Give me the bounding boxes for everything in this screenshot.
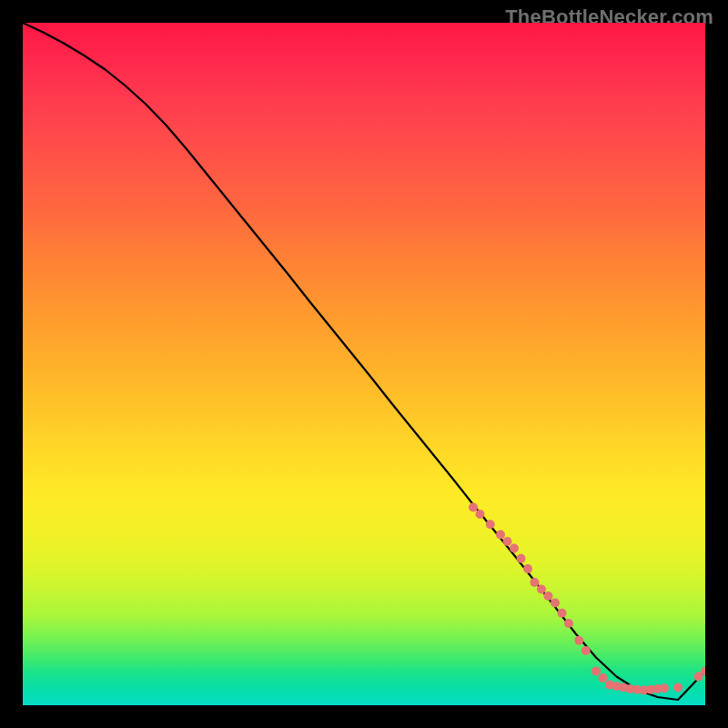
chart-marker (486, 520, 495, 529)
chart-marker (564, 619, 573, 628)
chart-svg (23, 23, 705, 705)
chart-marker (599, 673, 608, 682)
chart-marker (660, 683, 669, 693)
chart-marker (544, 592, 553, 601)
chart-marker (510, 544, 519, 553)
chart-marker (503, 537, 512, 546)
chart-curve (23, 23, 705, 700)
chart-marker (523, 564, 532, 573)
chart-marker (551, 599, 560, 608)
chart-marker (574, 636, 583, 645)
chart-marker (476, 510, 485, 519)
chart-area (23, 23, 705, 705)
chart-marker (517, 554, 526, 563)
chart-marker (592, 667, 601, 676)
chart-marker (469, 503, 478, 512)
chart-marker (581, 646, 591, 655)
chart-marker (558, 609, 567, 618)
chart-marker (673, 683, 682, 693)
chart-marker (531, 578, 540, 587)
chart-marker (496, 531, 505, 540)
chart-markers (469, 503, 705, 695)
chart-marker (537, 585, 546, 594)
